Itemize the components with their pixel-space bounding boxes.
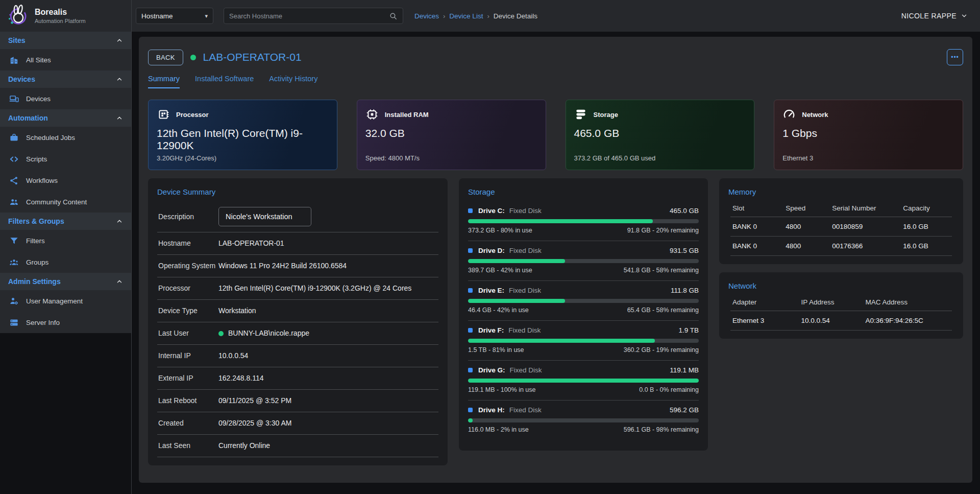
drive-bullet-icon [468, 328, 473, 333]
memory-cell: 4800 [783, 217, 830, 237]
groups-icon [9, 257, 19, 267]
network-panel: Network Adapter IP Address MAC Address E… [719, 272, 963, 339]
drive-row-e: Drive E:Fixed Disk111.8 GB 46.4 GB - 42%… [468, 281, 699, 321]
sidebar-item-label: Scheduled Jobs [26, 134, 75, 142]
summary-row-processor: Processor 12th Gen Intel(R) Core(TM) i9-… [157, 277, 438, 300]
summary-row-operating-system: Operating System Windows 11 Pro 24H2 Bui… [157, 255, 438, 277]
drive-name: Drive G: [478, 366, 505, 374]
page-header: BACK LAB-OPERATOR-01 ••• [148, 49, 963, 65]
hostname-filter-select[interactable]: Hostname ▾ [136, 8, 213, 24]
memory-header-capacity: Capacity [901, 201, 952, 217]
summary-value: 09/28/2025 @ 3:30 AM [218, 418, 437, 429]
summary-row-internal-ip: Internal IP 10.0.0.54 [157, 345, 438, 367]
community-icon [9, 197, 19, 207]
back-button[interactable]: BACK [148, 50, 183, 65]
stat-card-label: Processor [176, 111, 209, 119]
sidebar-item-filters[interactable]: Filters [0, 230, 131, 251]
description-input[interactable] [218, 207, 311, 226]
sidebar-section-admin-settings[interactable]: Admin Settings [0, 273, 131, 290]
chevron-up-icon [116, 278, 123, 285]
sidebar-item-scheduled-jobs[interactable]: Scheduled Jobs [0, 127, 131, 148]
sidebar-item-user-management[interactable]: User Management [0, 290, 131, 312]
drive-bullet-icon [468, 408, 473, 412]
drive-type: Fixed Disk [509, 207, 542, 215]
summary-value: 162.248.8.114 [218, 373, 437, 384]
drive-usage-bar [468, 418, 699, 422]
sidebar-item-label: Workflows [26, 177, 58, 184]
drive-usage-bar [468, 259, 699, 263]
sidebar: Borealis Automation Platform Sites All S… [0, 0, 132, 494]
sidebar-item-scripts[interactable]: Scripts [0, 148, 131, 170]
drive-size: 931.5 GB [670, 247, 699, 254]
ram-chip-icon [365, 108, 379, 121]
summary-row-device-type: Device Type Workstation [157, 300, 438, 322]
drive-used: 389.7 GB - 42% in use [468, 267, 532, 274]
tab-installed-software[interactable]: Installed Software [195, 75, 254, 88]
summary-value: Currently Online [218, 440, 437, 451]
network-header-mac: MAC Address [863, 295, 952, 311]
sidebar-item-community-content[interactable]: Community Content [0, 191, 131, 213]
user-gear-icon [9, 296, 19, 306]
stat-card-value: 1 Gbps [782, 127, 954, 139]
breadcrumb-device-list[interactable]: Device List [449, 12, 483, 20]
breadcrumb: Devices › Device List › Device Details [414, 12, 537, 20]
chevron-down-icon: ▾ [205, 13, 208, 19]
drive-type: Fixed Disk [509, 406, 542, 414]
more-actions-button[interactable]: ••• [947, 49, 963, 65]
sidebar-section-filters-groups[interactable]: Filters & Groups [0, 213, 131, 230]
drive-used: 119.1 MB - 100% in use [468, 386, 535, 393]
sidebar-section-sites[interactable]: Sites [0, 32, 131, 49]
summary-label: Created [158, 418, 218, 428]
device-details-page: BACK LAB-OPERATOR-01 ••• Summary Install… [139, 37, 972, 483]
sidebar-item-label: User Management [26, 297, 83, 305]
section-label: Automation [8, 114, 48, 122]
sidebar-item-all-sites[interactable]: All Sites [0, 49, 131, 70]
drive-bullet-icon [468, 368, 473, 372]
section-label: Sites [8, 36, 25, 44]
memory-panel: Memory Slot Speed Serial Number Capacity… [719, 178, 963, 264]
network-cell-adapter: Ethernet 3 [730, 311, 799, 331]
memory-cell: 00176366 [830, 237, 901, 256]
drive-row-g: Drive G:Fixed Disk119.1 MB 119.1 MB - 10… [468, 361, 699, 401]
cpu-icon [157, 108, 170, 121]
panel-title: Storage [468, 187, 699, 196]
brand-name: Borealis [35, 8, 86, 17]
sidebar-item-workflows[interactable]: Workflows [0, 170, 131, 191]
drive-type: Fixed Disk [509, 247, 542, 254]
drive-free: 0.0 B - 0% remaining [639, 386, 699, 393]
sidebar-section-devices[interactable]: Devices [0, 70, 131, 88]
memory-cell: BANK 0 [730, 217, 783, 237]
drive-row-f: Drive F:Fixed Disk1.9 TB 1.5 TB - 81% in… [468, 321, 699, 361]
drive-row-c: Drive C:Fixed Disk465.0 GB 373.2 GB - 80… [468, 201, 699, 241]
drive-used: 1.5 TB - 81% in use [468, 346, 524, 354]
stat-card-label: Storage [594, 111, 618, 119]
workflow-icon [9, 176, 19, 185]
sidebar-item-server-info[interactable]: Server Info [0, 312, 131, 333]
stat-card-sub: 3.20GHz (24-Cores) [157, 154, 329, 162]
user-menu[interactable]: NICOLE RAPPE [901, 12, 968, 20]
drive-size: 111.8 GB [671, 287, 699, 294]
drive-bullet-icon [468, 288, 473, 293]
sidebar-item-label: Groups [26, 258, 48, 266]
stat-card-value: 32.0 GB [365, 127, 537, 139]
tab-summary[interactable]: Summary [148, 75, 180, 88]
summary-label: External IP [158, 373, 218, 383]
sidebar-item-devices[interactable]: Devices [0, 88, 131, 109]
network-header-ip: IP Address [799, 295, 864, 311]
search-input[interactable] [229, 12, 389, 20]
memory-cell: 4800 [783, 237, 830, 256]
sidebar-item-label: Server Info [26, 319, 60, 326]
stat-cards-row: Processor 12th Gen Intel(R) Core(TM) i9-… [148, 100, 963, 170]
sidebar-section-automation[interactable]: Automation [0, 109, 131, 127]
user-online-dot [218, 331, 224, 336]
breadcrumb-devices[interactable]: Devices [414, 12, 439, 20]
storage-card: Storage 465.0 GB 373.2 GB of 465.0 GB us… [566, 100, 755, 170]
chevron-up-icon [116, 218, 123, 225]
drive-usage-bar [468, 299, 699, 303]
section-label: Devices [8, 75, 35, 83]
drive-name: Drive D: [478, 247, 505, 254]
memory-cell: BANK 0 [730, 237, 783, 256]
search-icon[interactable] [389, 12, 398, 20]
tab-activity-history[interactable]: Activity History [269, 75, 317, 88]
sidebar-item-groups[interactable]: Groups [0, 251, 131, 273]
